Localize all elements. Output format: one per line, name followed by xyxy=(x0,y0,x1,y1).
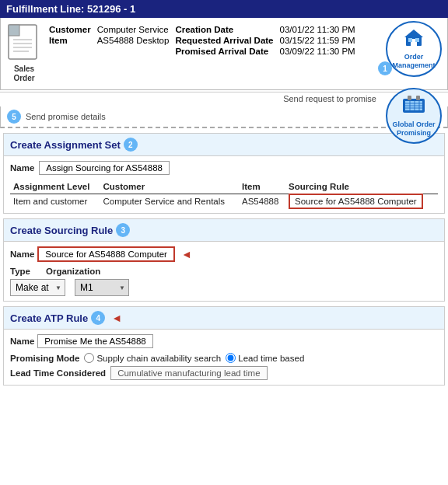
requested-arrival-value: 03/15/22 11:59 PM xyxy=(277,35,359,46)
send-promise-row: 5 Send promise details xyxy=(0,106,448,128)
radio2-label[interactable]: Lead time based xyxy=(226,353,304,363)
org-select-wrapper[interactable]: M1 xyxy=(75,279,129,296)
row-assignment-level: Item and customer xyxy=(10,194,100,209)
row-sourcing-rule: Source for AS54888 Computer xyxy=(289,194,423,209)
lead-time-value: Cumulative manufacturing lead time xyxy=(110,366,267,380)
sourcing-rule-section: Create Sourcing Rule 3 Name Source for A… xyxy=(3,218,445,302)
atp-name-value: Promise Me the AS54888 xyxy=(37,334,152,348)
col-item: Item xyxy=(239,180,285,194)
sourcing-name-label: Name xyxy=(10,249,34,259)
creation-date-label: Creation Date xyxy=(172,24,276,35)
promised-arrival-value: 03/09/22 11:30 PM xyxy=(277,46,359,57)
step3-badge: 3 xyxy=(116,223,130,237)
assignment-name-label: Name xyxy=(10,163,34,173)
col-customer: Customer xyxy=(100,180,239,194)
svg-rect-20 xyxy=(416,96,420,100)
step2-badge: 2 xyxy=(124,138,138,152)
atp-name-label: Name xyxy=(10,337,34,346)
right-circles: Order Management 1 xyxy=(386,21,442,144)
atp-rule-header: Create ATP Rule 4 ◄ xyxy=(4,307,444,330)
gop-label: Global OrderPromising xyxy=(392,120,435,138)
sourcing-rule-title: Create Sourcing Rule xyxy=(10,225,113,236)
requested-arrival-label: Requested Arrival Date xyxy=(172,35,276,46)
radio1-input[interactable] xyxy=(84,353,94,363)
atp-rule-title: Create ATP Rule xyxy=(10,312,88,324)
send-request-label: Send request to promise xyxy=(0,92,448,106)
order-management-label: Order Management xyxy=(387,53,440,70)
col-sourcing-rule: Sourcing Rule xyxy=(285,180,438,194)
gop-circle: Global OrderPromising xyxy=(386,88,442,144)
sales-order-icon xyxy=(7,24,41,63)
fulfillment-header: Fulfillment Line: 521296 - 1 xyxy=(0,0,448,18)
creation-date-value: 03/01/22 11:30 PM xyxy=(277,24,359,35)
radio2-input[interactable] xyxy=(226,353,236,363)
radio1-text: Supply chain availability search xyxy=(96,354,221,363)
assignment-table: Assignment Level Customer Item Sourcing … xyxy=(10,180,438,208)
assignment-set-header: Create Assignment Set 2 xyxy=(4,134,444,156)
top-section: SalesOrder Customer Computer Service Cre… xyxy=(0,18,448,106)
type-label: Type xyxy=(10,267,30,276)
svg-rect-10 xyxy=(415,38,419,42)
order-management-icon xyxy=(403,28,425,51)
order-management-circle: Order Management xyxy=(386,21,442,77)
atp-rule-section: Create ATP Rule 4 ◄ Name Promise Me the … xyxy=(3,306,445,386)
org-select[interactable]: M1 xyxy=(75,279,129,296)
sourcing-rule-header: Create Sourcing Rule 3 xyxy=(4,219,444,242)
sourcing-name-value: Source for AS54888 Computer xyxy=(37,246,175,262)
assignment-name-value: Assign Sourcing for AS54888 xyxy=(39,161,170,175)
customer-label: Customer xyxy=(46,24,94,35)
step1-badge: 1 xyxy=(378,61,392,75)
item-value: AS54888 Desktop xyxy=(94,35,173,46)
row-customer: Computer Service and Rentals xyxy=(100,194,239,209)
arrow-icon: ◄ xyxy=(181,248,192,260)
step5-badge: 5 xyxy=(7,110,21,124)
org-label: Organization xyxy=(46,267,100,276)
table-row: Item and customer Computer Service and R… xyxy=(10,194,438,209)
gop-icon xyxy=(401,94,426,119)
atp-arrow-icon: ◄ xyxy=(111,312,122,324)
assignment-set-title: Create Assignment Set xyxy=(10,139,121,151)
svg-rect-19 xyxy=(408,96,411,100)
radio1-label[interactable]: Supply chain availability search xyxy=(84,353,221,363)
promising-mode-label: Promising Mode xyxy=(10,354,79,363)
item-label: Item xyxy=(46,35,94,46)
step4-badge: 4 xyxy=(91,311,105,325)
send-promise-label: Send promise details xyxy=(26,112,106,121)
svg-marker-7 xyxy=(404,30,423,37)
radio2-text: Lead time based xyxy=(238,354,304,363)
type-select-wrapper[interactable]: Make at xyxy=(10,279,65,296)
svg-rect-1 xyxy=(9,25,19,36)
lead-time-label: Lead Time Considered xyxy=(10,368,106,378)
order-details-table: Customer Computer Service Creation Date … xyxy=(46,24,359,57)
customer-value: Computer Service xyxy=(94,24,173,35)
type-select[interactable]: Make at xyxy=(10,279,65,296)
svg-rect-9 xyxy=(408,38,412,42)
promised-arrival-label: Promised Arrival Date xyxy=(172,46,276,57)
sales-order-label: SalesOrder xyxy=(13,65,34,83)
assignment-set-section: Create Assignment Set 2 Name Assign Sour… xyxy=(3,133,445,214)
row-item: AS54888 xyxy=(239,194,285,209)
col-assignment-level: Assignment Level xyxy=(10,180,100,194)
